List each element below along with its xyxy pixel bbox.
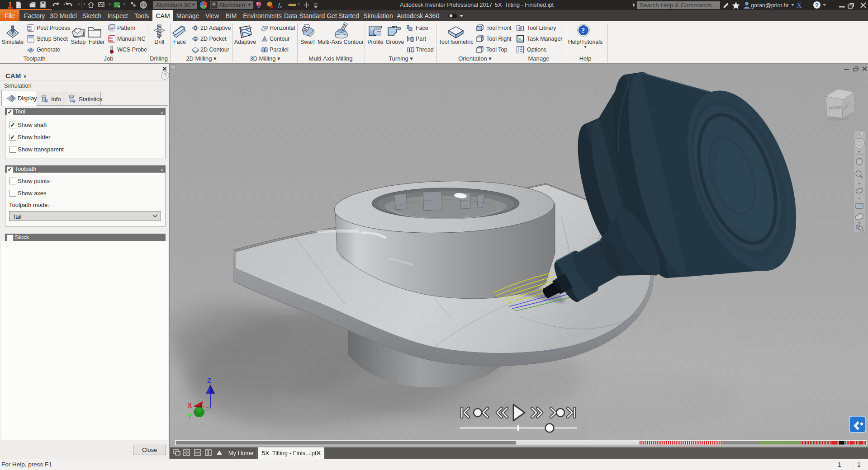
svg-text:Z: Z xyxy=(207,377,212,385)
svg-text:FRONT: FRONT xyxy=(828,105,844,111)
svg-text:Aluminum 30: Aluminum 30 xyxy=(156,1,190,8)
svg-text:G2: G2 xyxy=(28,28,32,32)
svg-text:#: # xyxy=(73,99,76,103)
svg-text:5X Tilting - Finished.ipt: 5X Tilting - Finished.ipt xyxy=(495,2,554,8)
svg-text:G3: G3 xyxy=(109,39,113,42)
svg-text:?: ? xyxy=(815,2,819,9)
svg-text:X: X xyxy=(797,1,802,9)
svg-text:fx: fx xyxy=(278,1,282,9)
svg-text:X: X xyxy=(187,402,192,409)
svg-text:Aluminum: Aluminum xyxy=(219,1,245,8)
svg-text:G1: G1 xyxy=(28,25,32,28)
svg-text:G1: G1 xyxy=(109,36,113,39)
svg-text:?: ? xyxy=(581,27,585,34)
svg-text:#: # xyxy=(45,99,48,103)
svg-text:Autodesk Inventor Professional: Autodesk Inventor Professional 2017 xyxy=(400,2,492,8)
svg-text:Y: Y xyxy=(187,413,192,421)
svg-text:Search Help & Commands...: Search Help & Commands... xyxy=(640,2,717,9)
svg-text:%: % xyxy=(518,37,521,41)
svg-text:goran@prior.hr: goran@prior.hr xyxy=(751,2,789,9)
